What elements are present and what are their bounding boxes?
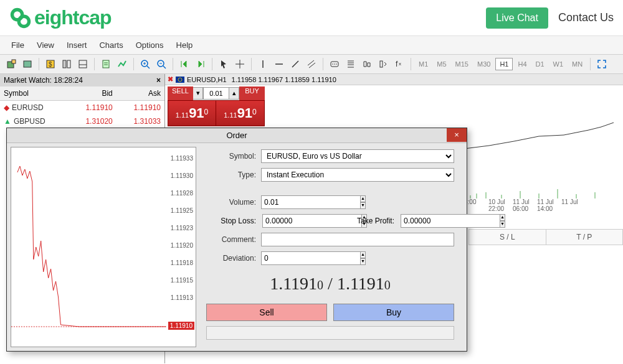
templates-icon[interactable]: fx — [392, 57, 407, 72]
autotrading-icon[interactable] — [115, 57, 130, 72]
volume-input[interactable] — [261, 195, 361, 209]
brand-name: eightcap — [34, 6, 112, 29]
flag-icon — [176, 77, 184, 83]
zoom-out-icon[interactable] — [154, 57, 169, 72]
svg-line-17 — [163, 66, 166, 68]
tp-input[interactable] — [401, 214, 500, 228]
scroll-end-right-icon[interactable] — [177, 57, 192, 72]
buy-button[interactable]: Buy — [333, 304, 454, 321]
brand-header: eightcap Live Chat Contact Us — [0, 0, 623, 36]
contact-us-link[interactable]: Contact Us — [558, 11, 614, 24]
fibonacci-icon[interactable] — [343, 57, 358, 72]
dialog-close-button[interactable]: × — [447, 128, 467, 142]
tp-up-icon[interactable]: ▲ — [500, 214, 505, 221]
dialog-title: Order — [226, 131, 247, 140]
cursor-icon[interactable] — [216, 57, 231, 72]
menu-file[interactable]: File — [6, 39, 29, 52]
channel-icon[interactable] — [304, 57, 319, 72]
time-axis: 4:00 10 Jul 22:00 11 Jul 06:00 11 Jul 14… — [464, 198, 586, 208]
order-chart: 1.11933 1.11930 1.11928 1.11925 1.11923 … — [11, 147, 196, 347]
horizontal-line-icon[interactable] — [272, 57, 287, 72]
trendline-icon[interactable] — [288, 57, 303, 72]
eightcap-logo-icon — [9, 7, 32, 29]
svg-point-27 — [332, 63, 333, 65]
svg-line-13 — [147, 66, 150, 68]
scroll-end-left-icon[interactable] — [193, 57, 208, 72]
table-row[interactable]: ◆EURUSD 1.11910 1.11910 — [0, 101, 164, 115]
menu-insert[interactable]: Insert — [62, 39, 92, 52]
chart-tab-label: EURUSD,H1 — [187, 76, 227, 83]
menu-options[interactable]: Options — [131, 39, 169, 52]
col-ask[interactable]: Ask — [117, 86, 164, 101]
market-watch-table: Symbol Bid Ask ◆EURUSD 1.11910 1.11910 ▲… — [0, 86, 164, 128]
svg-text:x: x — [399, 61, 401, 67]
profiles-icon[interactable] — [20, 57, 35, 72]
market-watch-icon[interactable]: $ — [43, 57, 58, 72]
menu-charts[interactable]: Charts — [94, 39, 128, 52]
symbol-label: Symbol: — [206, 152, 256, 161]
volume-up-icon[interactable]: ▲ — [361, 195, 366, 202]
menu-view[interactable]: View — [32, 39, 59, 52]
toolbar: $ fx M1 M5 M15 M30 H1 H4 D1 W1 MN — [0, 55, 623, 74]
svg-text:$: $ — [49, 61, 52, 68]
symbol-select[interactable]: EURUSD, Euro vs US Dollar — [261, 149, 454, 163]
tp-down-icon[interactable]: ▼ — [500, 221, 505, 228]
market-watch-title: Market Watch: 18:28:24 — [4, 76, 83, 85]
market-watch-close-icon[interactable]: × — [156, 76, 161, 85]
menu-bar: File View Insert Charts Options Help — [0, 36, 623, 55]
status-bar — [206, 326, 454, 340]
new-chart-icon[interactable] — [4, 57, 19, 72]
navigator-icon[interactable] — [59, 57, 74, 72]
new-order-icon[interactable] — [98, 57, 113, 72]
tf-m15[interactable]: M15 — [452, 58, 472, 70]
tf-d1[interactable]: D1 — [532, 58, 548, 70]
comment-input[interactable] — [261, 233, 454, 246]
table-row[interactable]: ▲GBPUSD 1.31020 1.31033 — [0, 114, 164, 128]
col-bid[interactable]: Bid — [69, 86, 117, 101]
sl-header: S / L — [469, 230, 546, 245]
deviation-input[interactable] — [261, 251, 361, 265]
volume-down-icon[interactable]: ▼ — [361, 202, 366, 209]
chart-tab-ticks: 1.11958 1.11967 1.11859 1.11910 — [232, 76, 336, 83]
live-chat-button[interactable]: Live Chat — [486, 7, 548, 29]
indicators-icon[interactable] — [359, 57, 374, 72]
svg-rect-11 — [103, 60, 109, 68]
price-display: 1.11910 / 1.11910 — [206, 274, 454, 294]
tp-label: Take Profit: — [322, 217, 394, 225]
svg-point-1 — [19, 16, 29, 26]
menu-help[interactable]: Help — [171, 39, 198, 52]
svg-text:f: f — [396, 60, 398, 68]
zoom-in-icon[interactable] — [138, 57, 153, 72]
sell-button[interactable]: Sell — [206, 304, 327, 321]
tf-m5[interactable]: M5 — [433, 58, 450, 70]
crosshair-icon[interactable] — [232, 57, 247, 72]
tf-h1[interactable]: H1 — [495, 58, 513, 70]
svg-rect-4 — [24, 61, 31, 67]
chart-tab-close-icon[interactable]: ✖ — [168, 75, 173, 83]
tf-m30[interactable]: M30 — [473, 58, 494, 70]
tf-h4[interactable]: H4 — [514, 58, 530, 70]
deviation-label: Deviation: — [206, 254, 256, 263]
col-symbol[interactable]: Symbol — [0, 86, 69, 101]
svg-rect-3 — [12, 60, 16, 63]
tp-header: T / P — [546, 230, 623, 245]
text-label-icon[interactable] — [327, 57, 342, 72]
sl-label: Stop Loss: — [206, 217, 256, 225]
deviation-up-icon[interactable]: ▲ — [361, 251, 366, 258]
tf-m1[interactable]: M1 — [415, 58, 432, 70]
tf-w1[interactable]: W1 — [549, 58, 568, 70]
tf-mn[interactable]: MN — [568, 58, 586, 70]
periods-icon[interactable] — [376, 57, 391, 72]
deviation-down-icon[interactable]: ▼ — [361, 258, 366, 265]
svg-rect-9 — [79, 60, 87, 68]
brand-logo: eightcap — [9, 6, 112, 29]
type-select[interactable]: Instant Execution — [261, 168, 454, 182]
terminal-icon[interactable] — [75, 57, 90, 72]
fullscreen-icon[interactable] — [594, 57, 609, 72]
order-dialog: Order × 1.11933 1.11930 1.11928 1.11925 … — [6, 128, 467, 352]
svg-line-23 — [292, 61, 298, 67]
chart-tab: ✖ EURUSD,H1 1.11958 1.11967 1.11859 1.11… — [165, 74, 623, 85]
current-price-label: 1.11910 — [168, 322, 194, 330]
vertical-line-icon[interactable] — [255, 57, 270, 72]
svg-rect-34 — [380, 61, 383, 67]
